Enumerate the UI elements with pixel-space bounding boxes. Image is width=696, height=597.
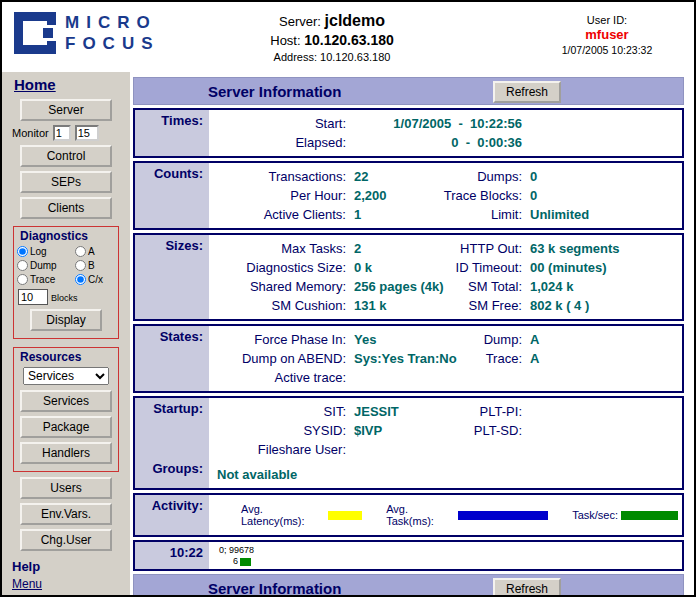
interval-time: 10:22: [135, 542, 209, 569]
field-value: A: [522, 330, 678, 349]
groups-row: Not available: [209, 465, 678, 484]
field-label: Active Clients:: [209, 205, 346, 224]
server-button[interactable]: Server: [20, 99, 112, 121]
refresh-button-top[interactable]: Refresh: [493, 81, 561, 103]
help-row: Help Menu: [2, 559, 130, 592]
field-value: A: [522, 349, 678, 368]
field-value: Sys:Yes Tran:No: [346, 349, 457, 368]
states-body: Force Phase In: YesDump: A Dump on ABEND…: [209, 326, 682, 391]
chg-user-button[interactable]: Chg.User: [20, 529, 112, 551]
radio-trace-label: Trace: [30, 274, 55, 285]
services-button[interactable]: Services: [20, 390, 112, 412]
sizes-body: Max Tasks: 2HTTP Out: 63 k segments Diag…: [209, 235, 682, 319]
sizes-row: Diagnostics Size: 0 kID Timeout: 00 (min…: [209, 258, 678, 277]
field-label: Start:: [209, 114, 346, 133]
interval-green-bar-icon: [240, 558, 251, 566]
times-body: Start: 1/07/2005 - 10:22:56 Elapsed: 0 -…: [209, 110, 682, 156]
user-identity: User ID: mfuser 1/07/2005 10:23:32: [542, 14, 672, 56]
field-label: HTTP Out:: [460, 239, 522, 258]
field-value: 1: [346, 205, 361, 224]
timestamp: 1/07/2005 10:23:32: [542, 44, 672, 56]
radio-cx[interactable]: C/x: [75, 273, 113, 286]
sizes-row: SM Cushion: 131 kSM Free: 802 k ( 4 ): [209, 296, 678, 315]
radio-dump[interactable]: Dump: [17, 259, 75, 272]
legend-latency: Avg. Latency(ms):: [241, 503, 362, 527]
section-startup: Startup: Groups: SIT: JESSITPLT-PI: SYSI…: [133, 396, 684, 490]
radio-b[interactable]: B: [75, 259, 113, 272]
field-value: [522, 402, 678, 421]
radio-trace[interactable]: Trace: [17, 273, 75, 286]
interval-line2-value: 6: [233, 556, 238, 567]
states-label: States:: [135, 326, 209, 391]
env-vars-button[interactable]: Env.Vars.: [20, 503, 112, 525]
states-row: Dump on ABEND: Sys:Yes Tran:NoTrace: A: [209, 349, 678, 368]
page-header: MICRO FOCUS Server: jcldemo Host: 10.120…: [2, 2, 694, 72]
field-label: Shared Memory:: [209, 277, 346, 296]
diagnostics-title: Diagnostics: [20, 229, 88, 243]
logo-text-line1: MICRO: [65, 12, 160, 33]
startup-body: SIT: JESSITPLT-PI: SYSID: $IVPPLT-SD: Fi…: [209, 398, 682, 488]
radio-a[interactable]: A: [75, 245, 113, 258]
field-value: [346, 440, 354, 459]
states-row: Active trace:: [209, 368, 678, 387]
field-value: Unlimited: [522, 205, 678, 224]
display-button[interactable]: Display: [30, 309, 102, 331]
package-button[interactable]: Package: [20, 416, 112, 438]
host-line: Host: 10.120.63.180: [207, 32, 457, 48]
handlers-button[interactable]: Handlers: [20, 442, 112, 464]
field-label: SM Cushion:: [209, 296, 346, 315]
field-value: 802 k ( 4 ): [522, 296, 678, 315]
control-button[interactable]: Control: [20, 145, 112, 167]
task-ms-bar-icon: [458, 511, 548, 520]
activity-label: Activity:: [135, 495, 209, 535]
groups-label: Groups:: [135, 461, 203, 477]
resources-select[interactable]: Services: [23, 367, 109, 385]
server-label: Server:: [279, 14, 321, 29]
seps-button[interactable]: SEPs: [20, 171, 112, 193]
blocks-input[interactable]: [18, 289, 48, 305]
field-value: 00 (minutes): [522, 258, 678, 277]
times-row: Elapsed: 0 - 0:00:36: [209, 133, 678, 152]
latency-bar-icon: [328, 511, 362, 520]
clients-button[interactable]: Clients: [20, 197, 112, 219]
menu-link[interactable]: Menu: [12, 577, 42, 591]
address-line: Address: 10.120.63.180: [207, 51, 457, 63]
field-label: Trace:: [486, 349, 522, 368]
startup-label: Startup:: [135, 401, 203, 417]
help-label: Help: [12, 559, 130, 574]
main-content: Server Information Refresh Times: Start:…: [130, 72, 694, 597]
radio-log[interactable]: Log: [17, 245, 75, 258]
counts-row: Transactions: 22Dumps: 0: [209, 167, 678, 186]
times-label: Times:: [135, 110, 209, 156]
field-label: ID Timeout:: [456, 258, 522, 277]
field-label: PLT-PI:: [480, 402, 522, 421]
users-button[interactable]: Users: [20, 477, 112, 499]
sizes-label: Sizes:: [135, 235, 209, 319]
counts-row: Active Clients: 1Limit: Unlimited: [209, 205, 678, 224]
logo-text-line2: FOCUS: [65, 33, 160, 54]
refresh-button-bottom[interactable]: Refresh: [493, 578, 561, 597]
field-value: [522, 368, 678, 387]
monitor-label: Monitor: [12, 127, 49, 139]
field-value: 131 k: [346, 296, 387, 315]
monitor-count-input[interactable]: [75, 125, 99, 141]
blocks-row: Blocks: [18, 289, 116, 305]
radio-log-input[interactable]: [17, 246, 28, 257]
interval-line1: 0; 99678: [219, 545, 682, 556]
home-link[interactable]: Home: [14, 76, 56, 93]
diagnostics-group: Diagnostics Log A Dump: [13, 226, 119, 339]
radio-dump-input[interactable]: [17, 260, 28, 271]
startup-row: SIT: JESSITPLT-PI:: [209, 402, 678, 421]
field-label: Dump:: [484, 330, 522, 349]
field-label: Max Tasks:: [209, 239, 346, 258]
host-label: Host:: [270, 33, 300, 48]
field-value: 2: [346, 239, 361, 258]
radio-trace-input[interactable]: [17, 274, 28, 285]
radio-a-input[interactable]: [75, 246, 86, 257]
counts-row: Per Hour: 2,200Trace Blocks: 0: [209, 186, 678, 205]
radio-cx-input[interactable]: [75, 274, 86, 285]
monitor-interval-input[interactable]: [53, 125, 71, 141]
field-value: [522, 421, 678, 440]
radio-b-input[interactable]: [75, 260, 86, 271]
field-value: 2,200: [346, 186, 387, 205]
